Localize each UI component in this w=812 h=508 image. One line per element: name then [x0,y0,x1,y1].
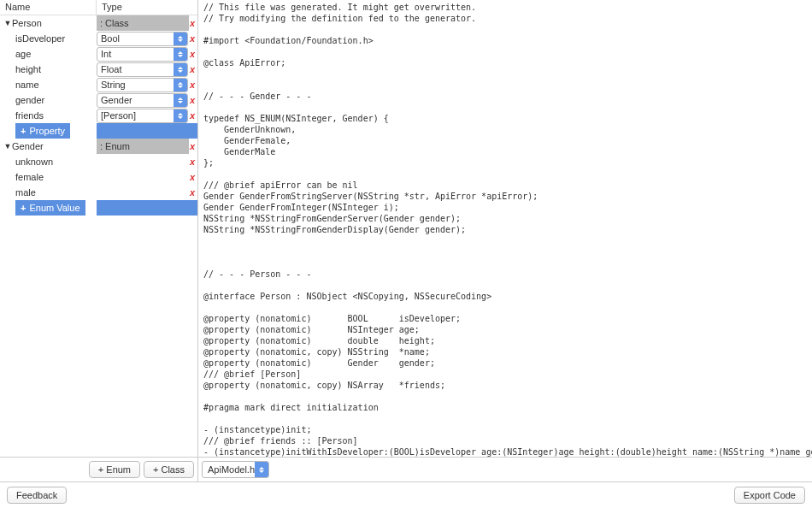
code-pane: // This file was generated. It might get… [198,0,812,481]
tree-row-property[interactable]: age Int x [0,46,197,62]
tree-row-enum-value[interactable]: unknown x [0,154,197,169]
type-select[interactable]: Float [97,62,188,77]
delete-icon[interactable]: x [189,172,197,182]
delete-icon[interactable]: x [189,33,197,44]
dropdown-arrow-icon [174,48,187,61]
footer: Feedback Export Code [0,482,812,508]
column-header-name[interactable]: Name [0,0,97,15]
disclosure-triangle-icon[interactable]: ▼ [3,19,12,27]
tree-row-enum-value[interactable]: male x [0,185,197,200]
column-header-type[interactable]: Type [97,0,197,15]
enum-value: female [15,172,44,182]
tree-row-property[interactable]: name String x [0,77,197,92]
delete-icon[interactable]: x [189,49,197,59]
enum-value: unknown [15,157,53,167]
enum-value: male [15,187,36,198]
tree-body: ▼ Person : Class x isDeveloper Bool x ag… [0,15,197,457]
delete-icon[interactable]: x [189,64,197,74]
dropdown-arrow-icon [174,94,187,107]
dropdown-arrow-icon [174,109,187,122]
add-type-spacer [97,200,197,216]
plus-icon: + [21,203,26,213]
add-property-button[interactable]: + Property [15,123,70,139]
add-type-spacer [97,123,197,139]
type-select[interactable]: [Person] [97,109,188,123]
generated-code[interactable]: // This file was generated. It might get… [198,0,812,457]
type-select[interactable]: String [97,78,188,92]
kind-label: : Class [97,15,189,31]
tree-header: Name Type [0,0,197,15]
feedback-button[interactable]: Feedback [7,487,67,504]
delete-icon[interactable]: x [189,95,197,105]
property-name: isDeveloper [15,33,65,44]
class-name: Person [12,18,42,28]
add-property-row[interactable]: + Property [0,123,197,139]
add-class-button[interactable]: + Class [144,461,194,478]
tree-row-property[interactable]: gender Gender x [0,92,197,108]
dropdown-arrow-icon [174,32,187,45]
sidebar-toolbar: + Enum + Class [0,457,197,481]
kind-label: : Enum [97,139,189,154]
delete-icon[interactable]: x [189,187,197,198]
property-name: name [15,80,39,90]
disclosure-triangle-icon[interactable]: ▼ [3,142,12,151]
delete-icon[interactable]: x [189,141,197,151]
add-enum-value-row[interactable]: + Enum Value [0,200,197,216]
delete-icon[interactable]: x [189,157,197,167]
delete-icon[interactable]: x [189,80,197,90]
export-code-button[interactable]: Export Code [734,487,805,504]
property-name: friends [15,110,44,121]
tree-row-enum[interactable]: ▼ Gender : Enum x [0,139,197,154]
dropdown-arrow-icon [174,63,187,76]
property-name: gender [15,95,44,105]
tree-row-property[interactable]: height Float x [0,62,197,77]
add-enum-button[interactable]: + Enum [89,461,140,478]
tree-row-enum-value[interactable]: female x [0,169,197,185]
delete-icon[interactable]: x [189,110,197,121]
file-select[interactable]: ApiModel.h [202,461,269,478]
plus-icon: + [98,464,103,475]
tree-row-property[interactable]: friends [Person] x [0,108,197,123]
dropdown-arrow-icon [255,462,268,477]
plus-icon: + [21,126,26,136]
dropdown-arrow-icon [174,79,187,92]
tree-row-class[interactable]: ▼ Person : Class x [0,15,197,31]
enum-name: Gender [12,141,44,151]
type-select[interactable]: Bool [97,32,188,46]
property-name: age [15,49,31,59]
add-enum-value-button[interactable]: + Enum Value [15,200,85,216]
type-select[interactable]: Gender [97,93,188,108]
delete-icon[interactable]: x [189,18,197,28]
code-toolbar: ApiModel.h [198,457,812,481]
model-sidebar: Name Type ▼ Person : Class x isDeveloper… [0,0,198,481]
property-name: height [15,64,41,74]
plus-icon: + [153,464,158,475]
tree-row-property[interactable]: isDeveloper Bool x [0,31,197,46]
type-select[interactable]: Int [97,47,188,62]
